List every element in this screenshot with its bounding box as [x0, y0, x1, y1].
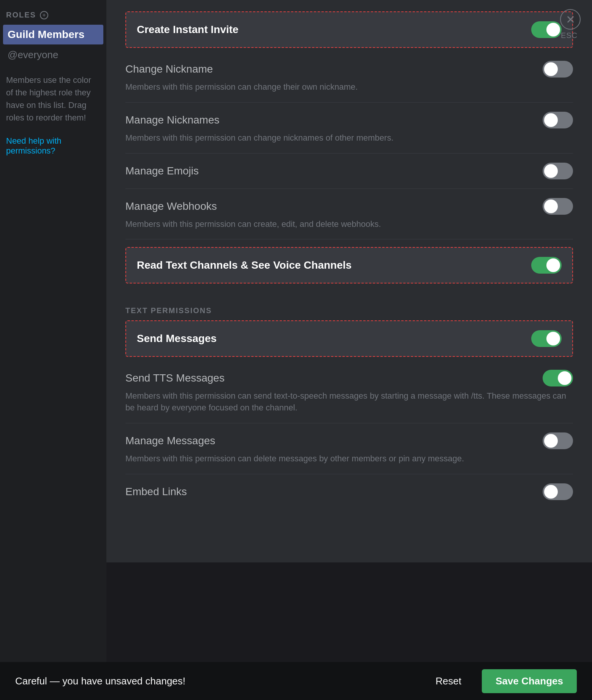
permission-row: Manage Emojis [125, 163, 573, 179]
permission-name: Manage Emojis [125, 165, 199, 177]
permission-row: Send Messages [137, 330, 562, 347]
permission-name: Change Nickname [125, 63, 213, 75]
add-role-button[interactable]: + [40, 11, 48, 19]
main-content: Create Instant Invite Change Nickname [106, 0, 592, 562]
permission-name: Embed Links [125, 486, 187, 498]
help-link[interactable]: Need help with permissions? [0, 133, 106, 159]
text-permissions-label: TEXT PERMISSIONS [125, 295, 573, 320]
reset-button[interactable]: Reset [426, 670, 470, 692]
permission-name: Send TTS Messages [125, 372, 225, 384]
toggle-manage-webhooks[interactable] [543, 198, 573, 215]
close-icon: ✕ [566, 13, 575, 26]
toggle-manage-messages[interactable] [543, 432, 573, 449]
permission-name: Manage Nicknames [125, 114, 219, 126]
permission-send-messages: Send Messages [125, 320, 573, 357]
toggle-send-tts[interactable] [543, 370, 573, 386]
unsaved-changes-message: Careful — you have unsaved changes! [15, 675, 415, 687]
permission-desc: Members with this permission can send te… [125, 390, 573, 414]
permission-row: Embed Links [125, 483, 573, 500]
toggle-read-text-channels[interactable] [531, 257, 562, 274]
permission-name: Manage Webhooks [125, 200, 217, 212]
permission-manage-messages: Manage Messages Members with this permis… [125, 423, 573, 474]
sidebar-info-text: Members use the color of the highest rol… [0, 65, 106, 133]
permission-read-text-channels: Read Text Channels & See Voice Channels [125, 247, 573, 283]
sidebar-item-everyone[interactable]: @everyone [0, 45, 106, 65]
permission-desc: Members with this permission can change … [125, 132, 573, 144]
close-button[interactable]: ✕ [560, 9, 581, 30]
bottom-bar: Careful — you have unsaved changes! Rese… [0, 662, 592, 700]
roles-label: ROLES [6, 11, 36, 19]
permission-manage-nicknames: Manage Nicknames Members with this permi… [125, 103, 573, 153]
permission-row: Manage Nicknames [125, 112, 573, 128]
plus-icon: + [42, 12, 46, 19]
permission-send-tts: Send TTS Messages Members with this perm… [125, 361, 573, 423]
permission-row: Manage Webhooks [125, 198, 573, 215]
permission-manage-webhooks: Manage Webhooks Members with this permis… [125, 189, 573, 239]
permission-row: Read Text Channels & See Voice Channels [137, 257, 562, 274]
everyone-label: @everyone [8, 49, 58, 60]
toggle-manage-emojis[interactable] [543, 163, 573, 179]
permission-manage-emojis: Manage Emojis [125, 154, 573, 188]
sidebar-item-guild-members[interactable]: Guild Members [3, 25, 103, 44]
permission-row: Create Instant Invite [137, 21, 562, 38]
guild-members-label: Guild Members [8, 29, 84, 40]
permission-desc: Members with this permission can create,… [125, 219, 573, 230]
permission-create-instant-invite: Create Instant Invite [125, 11, 573, 48]
permission-row: Manage Messages [125, 432, 573, 449]
permission-name: Send Messages [137, 333, 217, 345]
permission-row: Change Nickname [125, 61, 573, 78]
sidebar: ROLES + Guild Members @everyone Members … [0, 0, 106, 700]
permission-name: Read Text Channels & See Voice Channels [137, 259, 351, 271]
toggle-change-nickname[interactable] [543, 61, 573, 78]
permission-embed-links: Embed Links [125, 474, 573, 509]
roles-header: ROLES + [0, 8, 106, 24]
save-changes-button[interactable]: Save Changes [482, 669, 577, 693]
permission-name: Create Instant Invite [137, 24, 239, 36]
toggle-create-instant-invite[interactable] [531, 21, 562, 38]
esc-label: ESC [561, 31, 578, 40]
app-container: ROLES + Guild Members @everyone Members … [0, 0, 592, 700]
permission-name: Manage Messages [125, 435, 215, 447]
permission-row: Send TTS Messages [125, 370, 573, 386]
permission-change-nickname: Change Nickname Members with this permis… [125, 52, 573, 102]
permission-desc: Members with this permission can delete … [125, 453, 573, 465]
toggle-manage-nicknames[interactable] [543, 112, 573, 128]
permission-list: Create Instant Invite Change Nickname [106, 0, 592, 517]
toggle-embed-links[interactable] [543, 483, 573, 500]
toggle-send-messages[interactable] [531, 330, 562, 347]
permission-desc: Members with this permission can change … [125, 81, 573, 93]
